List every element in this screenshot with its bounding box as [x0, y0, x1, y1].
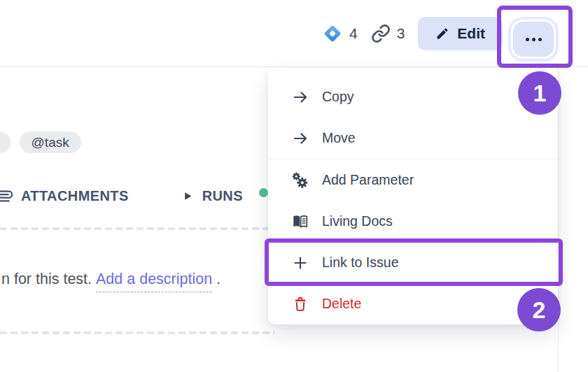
runs-status-dot: [259, 188, 268, 197]
edit-button-label: Edit: [457, 25, 485, 42]
tag-label: @task: [31, 135, 69, 150]
pencil-icon: [435, 27, 449, 41]
step-badge-1: 1: [518, 71, 561, 115]
menu-item-label: Add Parameter: [322, 172, 414, 188]
more-actions-menu: Copy Move: [268, 68, 558, 324]
description-prefix: n for this test.: [1, 271, 96, 287]
menu-item-label: Link to Issue: [322, 255, 398, 271]
menu-item-delete[interactable]: Delete: [268, 283, 558, 324]
attachments-label: ATTACHMENTS: [21, 188, 129, 204]
dashed-divider-bottom: [0, 331, 274, 334]
link-count: 3: [397, 25, 405, 42]
menu-item-living-docs[interactable]: Living Docs: [268, 201, 558, 242]
arrow-right-icon: [292, 89, 309, 106]
linked-issues-counter[interactable]: 4: [322, 23, 358, 44]
tags-row: n @task: [0, 131, 81, 153]
menu-item-label: Living Docs: [322, 213, 393, 229]
plus-icon: [292, 255, 309, 271]
open-book-icon: [292, 213, 309, 230]
step-number: 2: [533, 296, 546, 324]
menu-item-label: Delete: [322, 296, 361, 312]
tag-pill-task[interactable]: @task: [20, 131, 81, 153]
menu-item-link-to-issue[interactable]: Link to Issue: [268, 242, 558, 283]
edit-button[interactable]: Edit: [418, 17, 503, 50]
menu-item-label: Move: [322, 130, 356, 146]
jira-issue-icon: [322, 23, 343, 44]
section-headers: ATTACHMENTS RUNS: [0, 185, 243, 207]
dashed-divider-top: [0, 227, 270, 230]
runs-section-header[interactable]: RUNS: [182, 188, 243, 204]
tag-pill-partial[interactable]: n: [0, 131, 10, 153]
ellipsis-icon: [526, 38, 529, 41]
paperclip-icon: [0, 187, 13, 206]
step-badge-2: 2: [517, 288, 561, 331]
panel-divider: [558, 68, 559, 372]
gears-icon: [292, 172, 309, 189]
attachments-section-header[interactable]: ATTACHMENTS: [0, 187, 129, 206]
issue-count: 4: [349, 25, 358, 42]
play-icon: [182, 190, 194, 202]
add-description-link[interactable]: Add a description: [96, 271, 212, 292]
description-suffix: .: [212, 271, 220, 287]
runs-label: RUNS: [202, 188, 243, 204]
menu-item-label: Copy: [322, 89, 354, 105]
links-counter[interactable]: 3: [371, 24, 405, 43]
header-toolbar: 4 3 Edit: [0, 0, 588, 67]
trash-icon: [292, 296, 309, 313]
menu-item-move[interactable]: Move: [268, 117, 558, 159]
description-text: n for this test. Add a description .: [1, 271, 220, 292]
link-chain-icon: [371, 24, 391, 43]
annotation-box-link-to-issue: [265, 238, 563, 286]
arrow-right-icon: [292, 130, 309, 147]
menu-item-add-parameter[interactable]: Add Parameter: [268, 159, 558, 201]
menu-item-copy[interactable]: Copy: [268, 76, 558, 117]
more-actions-button[interactable]: [513, 22, 554, 57]
step-number: 1: [533, 80, 547, 107]
